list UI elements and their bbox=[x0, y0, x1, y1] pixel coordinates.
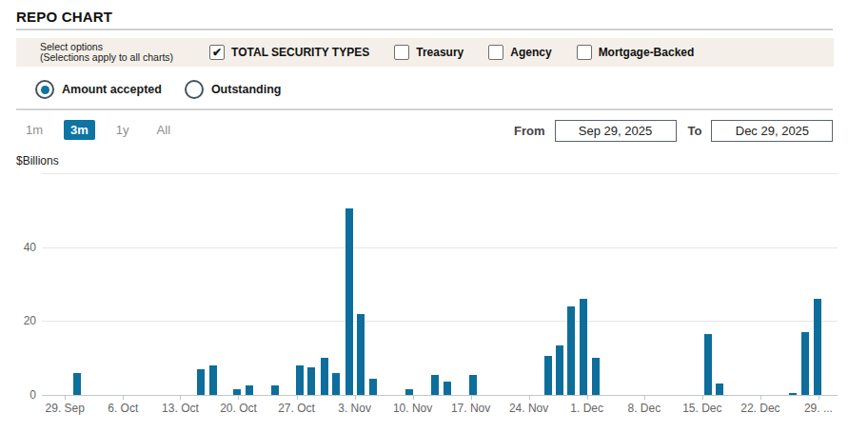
range-button-3m[interactable]: 3m bbox=[64, 120, 95, 140]
page-title: REPO CHART bbox=[16, 9, 112, 25]
title-divider bbox=[16, 29, 833, 30]
options-caption: Select options (Selections apply to all … bbox=[40, 42, 173, 63]
checkbox-label: Agency bbox=[510, 46, 551, 59]
bar-oct-21[interactable] bbox=[246, 385, 253, 395]
bar-oct-31[interactable] bbox=[345, 208, 353, 395]
checkbox-treasury[interactable]: Treasury bbox=[394, 45, 464, 60]
x-axis-label-20-oct: 20. Oct bbox=[209, 402, 266, 415]
checkbox-label: Mortgage-Backed bbox=[599, 46, 695, 59]
options-caption-line2: (Selections apply to all charts) bbox=[40, 52, 173, 63]
repo-bar-chart: 02040 29. Sep6. Oct13. Oct20. Oct27. Oct… bbox=[0, 173, 868, 433]
bar-oct-28[interactable] bbox=[307, 367, 315, 395]
radio-outstanding[interactable]: Outstanding bbox=[185, 80, 282, 99]
plot-area: 29. Sep6. Oct13. Oct20. Oct27. Oct3. Nov… bbox=[42, 173, 838, 395]
bar-dec-2[interactable] bbox=[592, 358, 600, 395]
radio-amount-accepted[interactable]: Amount accepted bbox=[35, 80, 162, 99]
range-button-all[interactable]: All bbox=[150, 120, 177, 140]
bar-dec-15[interactable] bbox=[704, 334, 712, 395]
checkbox-agency[interactable]: Agency bbox=[488, 45, 551, 60]
y-axis-title: $Billions bbox=[16, 154, 59, 167]
bar-oct-29[interactable] bbox=[321, 358, 328, 395]
x-axis-label-8-dec: 8. Dec bbox=[616, 402, 673, 415]
to-label: To bbox=[688, 124, 702, 138]
bar-oct-16[interactable] bbox=[209, 365, 217, 395]
checkbox-label: TOTAL SECURITY TYPES bbox=[231, 46, 369, 59]
to-date-input[interactable] bbox=[711, 120, 833, 142]
x-tick-20-oct bbox=[238, 395, 239, 400]
bar-oct-30[interactable] bbox=[332, 373, 340, 395]
y-axis-label-40: 40 bbox=[0, 241, 36, 254]
bar-nov-3[interactable] bbox=[357, 314, 365, 395]
x-tick-17-nov bbox=[471, 395, 472, 400]
checkbox-mortgage-backed[interactable]: Mortgage-Backed bbox=[577, 45, 695, 60]
checkbox-box-total-security-types[interactable]: ✔ bbox=[209, 45, 225, 60]
bar-nov-4[interactable] bbox=[369, 379, 377, 395]
x-axis-label-15-dec: 15. Dec bbox=[674, 402, 731, 415]
radio-circle-amount-accepted[interactable] bbox=[35, 80, 54, 99]
x-axis-label-27-oct: 27. Oct bbox=[268, 402, 326, 415]
bar-oct-27[interactable] bbox=[296, 365, 304, 395]
from-date-input[interactable] bbox=[555, 120, 677, 142]
bar-dec-24[interactable] bbox=[789, 393, 797, 395]
gridline-40 bbox=[42, 247, 838, 248]
gridline-60 bbox=[42, 173, 838, 174]
date-range: From To bbox=[514, 120, 844, 142]
checkbox-box-agency[interactable] bbox=[488, 45, 503, 60]
x-tick-13-oct bbox=[180, 395, 181, 400]
x-tick-29 bbox=[819, 395, 819, 400]
x-axis-label-29-sep: 29. Sep bbox=[36, 402, 93, 415]
options-bar: Select options (Selections apply to all … bbox=[16, 38, 834, 67]
x-axis-label-3-nov: 3. Nov bbox=[326, 402, 384, 415]
bar-oct-20[interactable] bbox=[233, 389, 241, 395]
bar-nov-12[interactable] bbox=[431, 375, 439, 395]
bar-oct-24[interactable] bbox=[271, 385, 279, 395]
x-axis-label-17-nov: 17. Nov bbox=[443, 402, 500, 415]
radio-dot bbox=[41, 86, 49, 94]
series-toggle: Amount acceptedOutstanding bbox=[35, 80, 305, 99]
checkbox-label: Treasury bbox=[416, 46, 464, 59]
bar-oct-15[interactable] bbox=[197, 369, 205, 395]
x-axis-label-13-oct: 13. Oct bbox=[151, 402, 208, 415]
x-axis-label-6-oct: 6. Oct bbox=[94, 402, 151, 415]
radio-label: Amount accepted bbox=[62, 83, 162, 96]
x-axis-label-10-nov: 10. Nov bbox=[385, 402, 442, 415]
x-axis-label-24-nov: 24. Nov bbox=[501, 402, 558, 415]
section-divider bbox=[16, 108, 833, 110]
x-axis-label-22-dec: 22. Dec bbox=[732, 402, 789, 415]
y-axis-label-20: 20 bbox=[0, 314, 36, 327]
bar-nov-17[interactable] bbox=[469, 375, 477, 395]
bar-nov-28[interactable] bbox=[567, 306, 575, 395]
bar-dec-16[interactable] bbox=[716, 384, 723, 395]
from-label: From bbox=[514, 124, 545, 138]
checkbox-box-mortgage-backed[interactable] bbox=[577, 45, 592, 60]
bar-nov-10[interactable] bbox=[405, 389, 413, 395]
bar-nov-13[interactable] bbox=[444, 382, 451, 395]
x-tick-27-oct bbox=[297, 395, 298, 400]
x-tick-15-dec bbox=[702, 395, 703, 400]
bar-nov-25[interactable] bbox=[544, 356, 552, 395]
range-buttons: 1m3m1yAll bbox=[19, 120, 191, 140]
bar-sep-30[interactable] bbox=[73, 373, 81, 395]
radio-circle-outstanding[interactable] bbox=[185, 80, 204, 99]
x-axis-label-1-dec: 1. Dec bbox=[559, 402, 616, 415]
bar-dec-29[interactable] bbox=[814, 299, 821, 395]
x-tick-6-oct bbox=[123, 395, 124, 400]
x-tick-22-dec bbox=[760, 395, 761, 400]
checkbox-total-security-types[interactable]: ✔TOTAL SECURITY TYPES bbox=[209, 45, 369, 60]
x-tick-3-nov bbox=[355, 395, 356, 400]
bar-nov-26[interactable] bbox=[556, 345, 563, 395]
checkbox-box-treasury[interactable] bbox=[394, 45, 409, 60]
repo-chart-page: REPO CHART Select options (Selections ap… bbox=[0, 0, 868, 433]
radio-label: Outstanding bbox=[211, 83, 282, 96]
gridline-0 bbox=[42, 395, 838, 396]
security-type-checkboxes: ✔TOTAL SECURITY TYPESTreasuryAgencyMortg… bbox=[209, 45, 719, 60]
bar-dec-1[interactable] bbox=[580, 299, 587, 395]
x-tick-10-nov bbox=[413, 395, 414, 400]
range-button-1y[interactable]: 1y bbox=[109, 120, 136, 140]
y-axis-label-0: 0 bbox=[0, 388, 36, 402]
x-tick-1-dec bbox=[587, 395, 588, 400]
x-tick-29-sep bbox=[65, 395, 66, 400]
bar-dec-26[interactable] bbox=[801, 332, 809, 395]
range-button-1m[interactable]: 1m bbox=[19, 120, 49, 140]
x-axis-label-29: 29. ... bbox=[790, 402, 847, 415]
